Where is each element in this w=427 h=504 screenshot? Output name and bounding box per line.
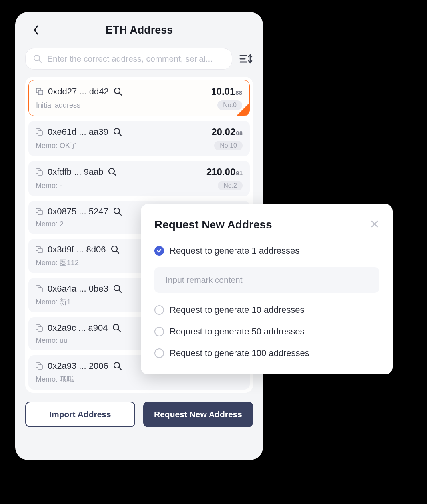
close-icon [370,220,379,228]
magnify-icon[interactable] [111,245,120,254]
magnify-icon[interactable] [112,324,121,332]
sort-icon [239,53,253,64]
radio-option-50[interactable]: Request to generate 50 addresses [154,326,379,337]
address-card[interactable]: 0xe61d ... aa39 20.0208 Memo: OK了 No.10 [28,121,250,156]
copy-icon[interactable] [36,88,43,95]
memo-text: Memo: 圈112 [36,258,79,268]
memo-text: Memo: 2 [36,220,64,228]
modal-title: Request New Address [154,218,272,231]
number-badge: No.0 [217,100,242,110]
address-text: 0x2a9c ... a904 [48,323,108,333]
remark-input[interactable] [154,267,379,293]
svg-rect-8 [38,171,42,175]
radio-label: Request to generate 1 addresses [170,246,299,256]
copy-icon[interactable] [36,324,43,332]
page-title: ETH Address [106,24,173,36]
address-card[interactable]: 0xdd27 ... dd42 10.0188 Initial address … [28,80,250,116]
address-card[interactable]: 0xfdfb ... 9aab 210.0091 Memo: - No.2 [28,161,250,196]
request-new-address-button[interactable]: Request New Address [143,402,253,427]
magnify-icon[interactable] [108,168,117,176]
address-text: 0x0875 ... 5247 [48,206,108,217]
header: ETH Address [15,12,263,48]
radio-unchecked-icon [154,348,164,358]
modal-header: Request New Address [154,218,379,231]
search-row [15,48,263,70]
radio-unchecked-icon [154,327,164,336]
magnify-icon[interactable] [113,207,122,216]
import-address-button[interactable]: Import Address [25,402,135,427]
magnify-icon[interactable] [113,128,122,136]
radio-label: Request to generate 50 addresses [170,326,305,337]
number-badge: No.2 [218,181,243,190]
memo-text: Memo: 哦哦 [36,374,74,384]
balance: 20.0208 [212,126,243,138]
copy-icon[interactable] [36,128,43,136]
number-badge: No.10 [214,141,243,150]
radio-option-100[interactable]: Request to generate 100 addresses [154,348,379,358]
magnify-icon[interactable] [113,362,122,370]
svg-rect-2 [38,90,43,95]
radio-checked-icon [154,246,164,256]
sort-button[interactable] [239,53,253,64]
search-input[interactable] [47,54,225,64]
copy-icon[interactable] [36,168,43,176]
request-new-address-modal: Request New Address Request to generate … [141,204,393,374]
address-text: 0x2a93 ... 2006 [48,361,108,371]
bottom-buttons: Import Address Request New Address [15,402,263,427]
memo-text: Memo: - [36,182,62,190]
svg-rect-17 [38,288,42,292]
memo-text: Initial address [36,101,80,110]
copy-icon[interactable] [36,362,43,370]
balance: 210.0091 [206,166,243,178]
balance: 10.0188 [211,86,242,97]
radio-option-10[interactable]: Request to generate 10 addresses [154,305,379,315]
svg-rect-23 [38,365,42,369]
address-text: 0xe61d ... aa39 [48,127,108,137]
radio-label: Request to generate 100 addresses [170,348,309,358]
memo-text: Memo: 新1 [36,297,71,307]
search-box[interactable] [25,48,232,70]
svg-rect-14 [38,248,42,253]
svg-rect-20 [38,327,42,331]
address-text: 0x6a4a ... 0be3 [48,284,108,294]
svg-rect-11 [38,210,42,215]
svg-rect-5 [38,131,42,135]
search-icon [33,54,42,64]
memo-text: Memo: OK了 [36,141,77,150]
magnify-icon[interactable] [114,87,122,96]
copy-icon[interactable] [36,285,43,292]
copy-icon[interactable] [36,208,43,215]
radio-unchecked-icon [154,305,164,315]
address-text: 0xfdfb ... 9aab [48,167,103,177]
back-button[interactable] [31,25,41,35]
magnify-icon[interactable] [113,284,122,293]
radio-label: Request to generate 10 addresses [170,305,305,315]
radio-option-1[interactable]: Request to generate 1 addresses [154,246,379,256]
memo-text: Memo: uu [36,336,68,345]
address-text: 0x3d9f ... 8d06 [48,244,106,255]
chevron-left-icon [33,25,39,35]
copy-icon[interactable] [36,246,43,253]
modal-close-button[interactable] [370,220,379,230]
address-text: 0xdd27 ... dd42 [48,86,109,97]
